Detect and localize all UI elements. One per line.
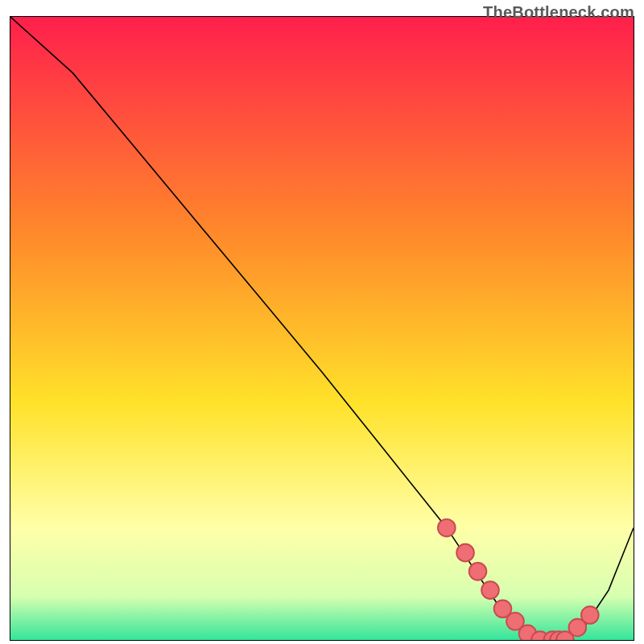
chart-container: TheBottleneck.com: [0, 0, 644, 644]
curve-layer: [10, 17, 634, 640]
marker-point: [469, 563, 487, 580]
highlighted-range-markers: [438, 519, 599, 640]
marker-point: [456, 544, 474, 562]
watermark-text: TheBottleneck.com: [483, 3, 634, 22]
plot-area: [10, 16, 634, 641]
marker-point: [481, 581, 499, 599]
bottleneck-curve: [10, 17, 634, 640]
marker-point: [438, 519, 456, 537]
marker-point: [581, 606, 599, 624]
